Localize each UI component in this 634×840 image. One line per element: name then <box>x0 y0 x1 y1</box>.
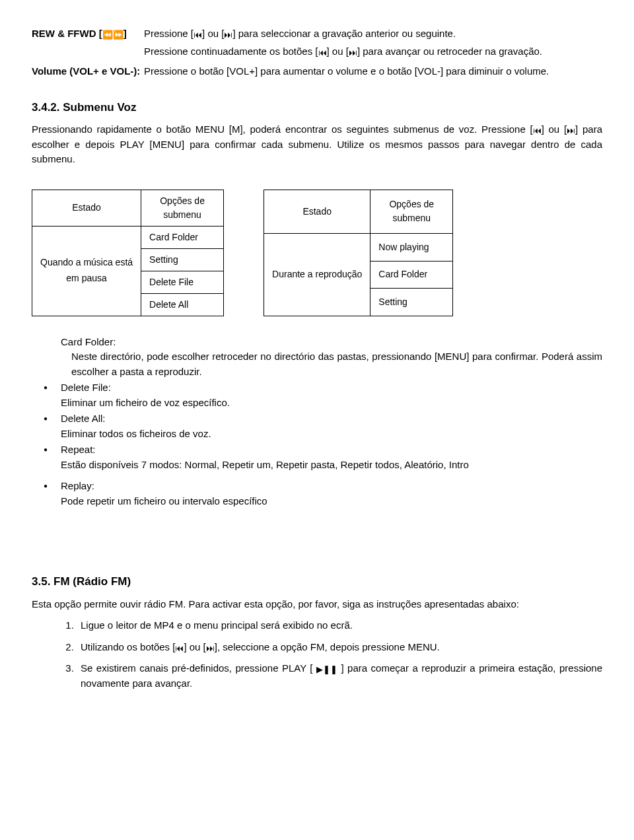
item-body: Eliminar um ficheiro de voz específico. <box>61 397 230 408</box>
prev-icon: ⏮ <box>175 642 184 655</box>
def-rew-body: Pressione [⏮] ou [⏭] para seleccionar a … <box>144 26 602 61</box>
text: Quando a música está <box>40 257 133 267</box>
table-paused: Estado Opções de submenu Quando a música… <box>32 190 224 316</box>
text: ] ou [ <box>184 641 205 652</box>
text: Se existirem canais pré-definidos, press… <box>81 662 313 674</box>
heading-35: 3.5. FM (Rádio FM) <box>32 573 602 590</box>
step-1: Ligue o leitor de MP4 e o menu principal… <box>77 618 602 633</box>
rew-ffwd-icon: ⏪⏩ <box>102 28 123 42</box>
text: Utilizando os botões [ <box>81 641 175 652</box>
item-head: Repeat: <box>61 444 96 455</box>
text: Opções de <box>160 195 205 206</box>
label-text: REW & FFWD [ <box>32 28 102 39</box>
cell-opt: Setting <box>370 289 453 316</box>
next-icon: ⏭ <box>206 642 215 655</box>
text: submenu <box>163 209 201 220</box>
th-options: Opções de submenu <box>370 190 453 234</box>
text: ] para seleccionar a gravação anterior o… <box>232 28 456 39</box>
prev-icon: ⏮ <box>194 28 202 42</box>
paragraph-35-intro: Esta opção permite ouvir rádio FM. Para … <box>32 597 602 612</box>
item-body: Estão disponíveis 7 modos: Normal, Repet… <box>61 459 469 470</box>
list-item-replay: Replay: Pode repetir um ficheiro ou inte… <box>32 479 602 508</box>
cell-opt: Setting <box>141 248 224 271</box>
options-list: Delete File: Eliminar um ficheiro de voz… <box>32 380 602 508</box>
cell-opt: Delete File <box>141 271 224 293</box>
next-icon: ⏭ <box>224 28 232 42</box>
next-icon: ⏭ <box>349 46 357 59</box>
cell-opt: Card Folder <box>141 226 224 248</box>
heading-342: 3.4.2. Submenu Voz <box>32 99 602 116</box>
def-volume: Volume (VOL+ e VOL-): Pressione o botão … <box>32 64 602 82</box>
item-body: Eliminar todos os ficheiros de voz. <box>61 428 211 439</box>
text: Pressione [ <box>144 28 194 39</box>
th-options: Opções de submenu <box>141 190 224 226</box>
item-head: Delete File: <box>61 382 111 393</box>
list-item-delete-file: Delete File: Eliminar um ficheiro de voz… <box>32 380 602 410</box>
cell-state-paused: Quando a música está em pausa <box>32 226 141 316</box>
table-playing: Estado Opções de submenu Durante a repro… <box>264 190 453 316</box>
text: ] ou [ <box>202 28 224 39</box>
text: Opções de <box>389 199 434 209</box>
def-volume-body: Pressione o botão [VOL+] para aumentar o… <box>144 64 602 82</box>
cell-opt: Delete All <box>141 293 224 316</box>
options-list-block: Card Folder: Neste directório, pode esco… <box>32 335 602 509</box>
text: Pressionando rapidamente o botão MENU [M… <box>32 123 533 135</box>
text: ] ou [ <box>327 46 349 57</box>
text: em pausa <box>66 273 106 283</box>
th-state: Estado <box>32 190 141 226</box>
definitions-block: REW & FFWD [⏪⏩] Pressione [⏮] ou [⏭] par… <box>32 26 602 82</box>
step-3: Se existirem canais pré-definidos, press… <box>77 661 602 691</box>
list-item-repeat: Repeat: Estão disponíveis 7 modos: Norma… <box>32 442 602 472</box>
label-text-end: ] <box>123 28 127 39</box>
text: ], seleccione a opção FM, depois pressio… <box>215 641 440 652</box>
item-body: Neste directório, pode escolher retroced… <box>71 349 602 379</box>
cell-opt: Now playing <box>370 234 453 261</box>
paragraph-342: Pressionando rapidamente o botão MENU [M… <box>32 122 602 167</box>
cell-state-playing: Durante a reprodução <box>264 234 370 316</box>
def-rew-ffwd: REW & FFWD [⏪⏩] Pressione [⏮] ou [⏭] par… <box>32 26 602 61</box>
item-head: Replay: <box>61 480 94 491</box>
text: Pressione continuadamente os botões [ <box>144 46 318 57</box>
prev-icon: ⏮ <box>318 46 327 59</box>
cell-opt: Card Folder <box>370 261 453 288</box>
list-item-card-folder: Card Folder: Neste directório, pode esco… <box>61 335 602 380</box>
fm-steps-list: Ligue o leitor de MP4 e o menu principal… <box>32 618 602 691</box>
play-pause-icon: ▶❚❚ <box>316 663 337 676</box>
tables-wrap: Estado Opções de submenu Quando a música… <box>32 190 602 316</box>
text: ] ou [ <box>542 123 567 135</box>
def-volume-label: Volume (VOL+ e VOL-): <box>32 64 144 79</box>
prev-icon: ⏮ <box>533 124 542 137</box>
text: submenu <box>393 213 431 223</box>
next-icon: ⏭ <box>567 124 575 137</box>
item-body: Pode repetir um ficheiro ou intervalo es… <box>61 495 267 507</box>
text: Pressione o botão [VOL+] para aumentar o… <box>144 64 602 79</box>
list-item-delete-all: Delete All: Eliminar todos os ficheiros … <box>32 411 602 441</box>
th-state: Estado <box>264 190 370 234</box>
def-rew-label: REW & FFWD [⏪⏩] <box>32 26 144 42</box>
text: ] para avançar ou retroceder na gravação… <box>357 46 542 57</box>
step-2: Utilizando os botões [⏮] ou [⏭], selecci… <box>77 640 602 655</box>
item-head: Card Folder: <box>61 336 116 347</box>
item-head: Delete All: <box>61 413 106 424</box>
